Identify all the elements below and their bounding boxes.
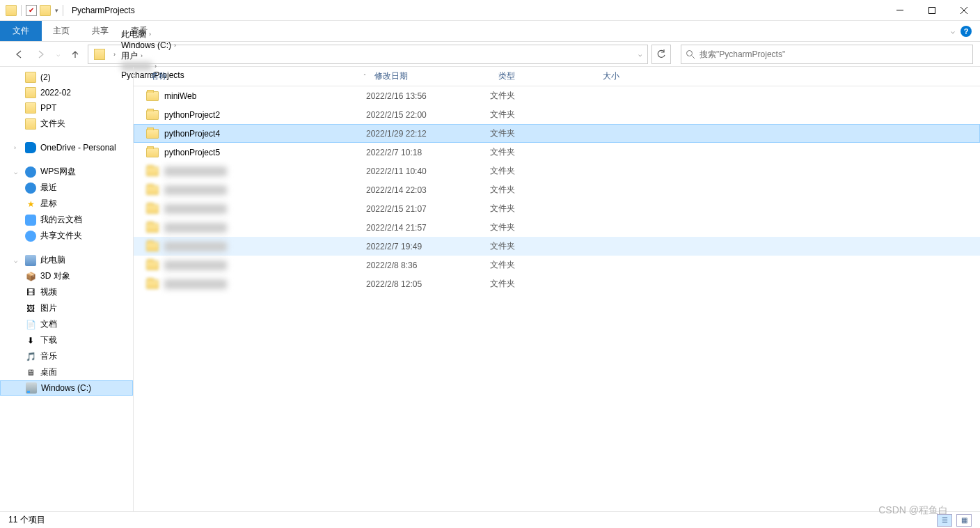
breadcrumb-segment[interactable]: 此电脑›	[118, 29, 187, 40]
file-type: 文件夹	[490, 203, 594, 215]
nav-label: 桌面	[40, 366, 57, 378]
nav-label: 下载	[40, 334, 57, 346]
file-name: pythonProject5	[164, 148, 220, 157]
file-row[interactable]: pythonProject52022/2/7 10:18文件夹	[134, 143, 980, 162]
file-row[interactable]: 2022/2/8 12:05文件夹	[134, 274, 980, 293]
nav-onedrive[interactable]: › OneDrive - Personal	[0, 140, 133, 155]
expand-icon[interactable]: ⌵	[14, 169, 21, 176]
file-type: 文件夹	[490, 222, 594, 233]
nav-wps-root[interactable]: ⌵ WPS网盘	[0, 164, 133, 180]
file-row[interactable]: 2022/2/14 21:57文件夹	[134, 218, 980, 237]
close-button[interactable]	[948, 0, 980, 21]
file-row[interactable]: pythonProject22022/2/15 22:00文件夹	[134, 105, 980, 124]
file-type: 文件夹	[490, 259, 594, 271]
minimize-button[interactable]	[884, 0, 916, 21]
file-list-pane: 名称˄ 修改日期 类型 大小 miniWeb2022/2/16 13:56文件夹…	[134, 67, 980, 511]
nav-pc-item[interactable]: Windows (C:)	[0, 380, 133, 396]
expand-icon[interactable]: ›	[14, 144, 21, 151]
tab-file[interactable]: 文件	[0, 21, 42, 41]
tab-home[interactable]: 主页	[42, 21, 81, 41]
nav-wps-item[interactable]: 我的云文档	[0, 212, 133, 228]
folder-icon	[146, 223, 159, 233]
folder-icon	[25, 72, 36, 83]
view-large-icons-button[interactable]: ▦	[956, 514, 972, 527]
onedrive-icon	[25, 142, 36, 153]
nav-pc-item[interactable]: 📄文档	[0, 316, 133, 332]
nav-label: 音乐	[40, 350, 57, 362]
nav-label: (2)	[40, 72, 51, 82]
nav-label: PPT	[40, 103, 56, 113]
nav-pc-item[interactable]: 🖼图片	[0, 300, 133, 316]
nav-wps-item[interactable]: 共享文件夹	[0, 228, 133, 244]
nav-label: 最近	[40, 182, 57, 194]
share-icon	[25, 231, 36, 242]
nav-quick-item[interactable]: 2022-02	[0, 85, 133, 100]
nav-label: 3D 对象	[40, 270, 70, 282]
view-details-button[interactable]: ☰	[937, 514, 952, 527]
file-row[interactable]: pythonProject42022/1/29 22:12文件夹	[134, 124, 980, 143]
file-row[interactable]: miniWeb2022/2/16 13:56文件夹	[134, 86, 980, 105]
nav-label: 2022-02	[40, 88, 71, 98]
qat-new-folder-icon[interactable]	[40, 5, 51, 16]
column-size[interactable]: 大小	[599, 70, 668, 82]
file-type: 文件夹	[490, 127, 594, 139]
nav-pc-item[interactable]: ⬇下载	[0, 332, 133, 348]
nav-quick-item[interactable]: PPT	[0, 100, 133, 116]
qat-checkbox-icon[interactable]: ✔	[26, 5, 37, 16]
breadcrumb-root-chevron[interactable]: ›	[108, 45, 118, 63]
recent-dropdown-icon[interactable]: ⌵	[53, 46, 63, 63]
nav-label: 我的云文档	[40, 214, 82, 226]
up-button[interactable]	[67, 46, 84, 63]
back-button[interactable]	[11, 46, 28, 63]
nav-label: 视频	[40, 286, 57, 298]
address-dropdown-icon[interactable]: ⌵	[638, 51, 642, 58]
tab-share[interactable]: 共享	[81, 21, 120, 41]
file-row[interactable]: 2022/2/15 21:07文件夹	[134, 199, 980, 218]
breadcrumb-segment[interactable]: 用户›	[118, 50, 187, 62]
file-name-blurred	[164, 223, 227, 233]
nav-wps-item[interactable]: ★星标	[0, 196, 133, 212]
thispc-icon	[25, 255, 36, 266]
qat-dropdown-icon[interactable]: ▾	[55, 7, 58, 14]
navigation-pane[interactable]: (2)2022-02PPT文件夹 › OneDrive - Personal ⌵…	[0, 67, 134, 511]
file-name: pythonProject2	[164, 110, 220, 120]
nav-pc-item[interactable]: 🎵音乐	[0, 348, 133, 364]
file-row[interactable]: 2022/2/14 22:03文件夹	[134, 180, 980, 199]
search-box[interactable]	[681, 45, 973, 64]
nav-pc-item[interactable]: 📦3D 对象	[0, 268, 133, 284]
refresh-button[interactable]	[651, 45, 671, 64]
pc-item-icon: ⬇	[25, 335, 36, 346]
file-date: 2022/2/14 21:57	[366, 223, 490, 233]
column-type[interactable]: 类型	[494, 70, 599, 82]
nav-quick-item[interactable]: (2)	[0, 70, 133, 85]
breadcrumb-box[interactable]: › 此电脑›Windows (C:)›用户››PycharmProjects ⌵	[88, 45, 648, 64]
pc-item-icon: 🎵	[25, 351, 36, 362]
file-row[interactable]: 2022/2/8 8:36文件夹	[134, 256, 980, 274]
ribbon-expand-icon[interactable]: ⌵	[951, 27, 955, 35]
nav-quick-item[interactable]: 文件夹	[0, 116, 133, 132]
nav-pc-item[interactable]: 🖥桌面	[0, 364, 133, 380]
nav-pc-item[interactable]: 🎞视频	[0, 284, 133, 300]
folder-icon	[25, 87, 36, 98]
pc-item-icon: 🖥	[25, 367, 36, 378]
folder-icon	[146, 91, 159, 101]
nav-thispc-root[interactable]: ⌵ 此电脑	[0, 252, 133, 268]
pc-item-icon: 🎞	[25, 287, 36, 298]
nav-label: OneDrive - Personal	[40, 143, 116, 153]
file-type: 文件夹	[490, 146, 594, 158]
file-date: 2022/2/15 22:00	[366, 110, 490, 120]
column-name[interactable]: 名称˄	[146, 70, 370, 82]
help-icon[interactable]: ?	[961, 26, 972, 37]
nav-wps-item[interactable]: 最近	[0, 180, 133, 196]
expand-icon[interactable]: ⌵	[14, 257, 21, 264]
column-date[interactable]: 修改日期	[370, 70, 494, 82]
file-row[interactable]: 2022/2/11 10:40文件夹	[134, 162, 980, 180]
forward-button[interactable]	[32, 46, 49, 63]
app-folder-icon	[6, 5, 17, 16]
folder-icon	[146, 242, 159, 251]
search-input[interactable]	[700, 49, 968, 59]
file-row[interactable]: 2022/2/7 19:49文件夹	[134, 237, 980, 256]
file-name-blurred	[164, 261, 227, 270]
breadcrumb-segment[interactable]: Windows (C:)›	[118, 40, 187, 50]
maximize-button[interactable]	[916, 0, 948, 21]
